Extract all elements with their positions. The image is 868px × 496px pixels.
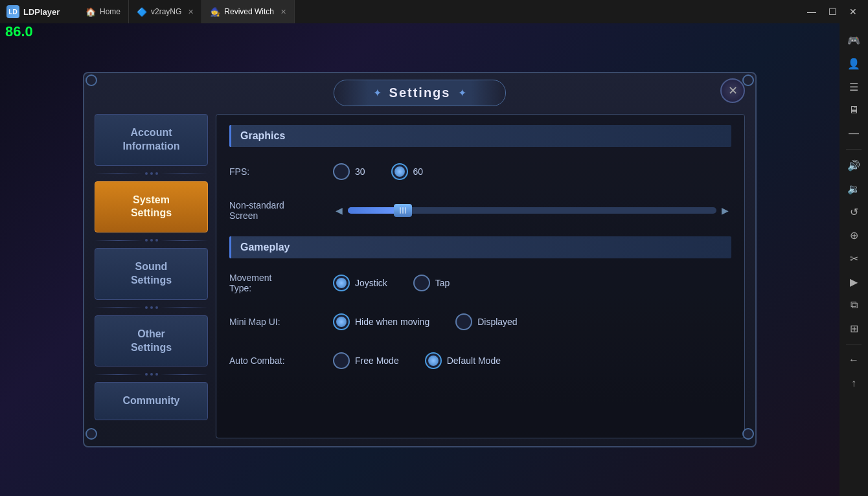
joystick-label: Joystick	[355, 278, 387, 288]
main-content: Graphics FPS: 30	[216, 114, 745, 438]
account-button[interactable]: 👤	[842, 53, 865, 74]
sidebar-sep-2	[95, 238, 208, 243]
fps-badge: 86.0	[5, 23, 33, 40]
sidebar-label-system: SystemSettings	[95, 181, 208, 233]
app-logo-icon: LD	[6, 5, 19, 18]
nonstandard-label: Non-standardScreen	[229, 200, 333, 221]
volume-down-button[interactable]: 🔉	[842, 178, 865, 199]
slider-left-arrow[interactable]: ◀	[333, 205, 345, 216]
sidebar-sep-1	[95, 171, 208, 176]
defaultmode-radio[interactable]	[425, 352, 442, 369]
hide-label: Hide when moving	[355, 317, 429, 327]
displayed-option[interactable]: Displayed	[455, 313, 517, 330]
fps-setting-row: FPS: 30 60	[229, 159, 731, 185]
defaultmode-option[interactable]: Default Mode	[425, 352, 501, 369]
tab-revivedwitch[interactable]: 🧙 Revived Witch ✕	[202, 0, 295, 23]
dialog-title-bar: ✦ Settings ✦ ✕	[84, 73, 755, 106]
fps-60-radio[interactable]	[391, 163, 408, 180]
autocombat-setting-row: Auto Combat: Free Mode Default Mode	[229, 348, 731, 374]
hide-radio[interactable]	[333, 313, 350, 330]
tab-v2rayng-label: v2rayNG	[151, 7, 181, 16]
corner-tl	[83, 72, 102, 91]
tab-v2rayng-close[interactable]: ✕	[188, 8, 194, 16]
sidebar: AccountInformation SystemSettings	[95, 114, 208, 438]
fps-60-option[interactable]: 60	[391, 163, 424, 180]
sidebar-label-other: OtherSettings	[95, 315, 208, 367]
window-controls: — ☐ ✕	[802, 2, 868, 21]
defaultmode-radio-inner	[428, 355, 439, 366]
defaultmode-label: Default Mode	[447, 355, 501, 366]
tab-home[interactable]: 🏠 Home	[78, 0, 129, 23]
settings-overlay: ✦ Settings ✦ ✕ AccountInformation	[0, 23, 839, 496]
tab-v2rayng[interactable]: 🔷 v2rayNG ✕	[129, 0, 202, 23]
sidebar-item-community[interactable]: Community	[95, 382, 208, 420]
maximize-button[interactable]: ☐	[823, 2, 842, 21]
display-button[interactable]: 🖥	[842, 100, 865, 120]
freemode-radio[interactable]	[333, 352, 350, 369]
slider-track[interactable]	[348, 207, 716, 214]
freemode-option[interactable]: Free Mode	[333, 352, 399, 369]
tab-revivedwitch-close[interactable]: ✕	[280, 8, 286, 16]
tab-home-label: Home	[100, 7, 120, 16]
nonstandard-setting-row: Non-standardScreen ◀ ▶	[229, 197, 731, 223]
play-button[interactable]: ▶	[842, 271, 865, 292]
tap-option[interactable]: Tap	[413, 275, 450, 291]
app-logo[interactable]: LD LDPlayer	[0, 5, 78, 18]
sidebar-item-sound[interactable]: SoundSettings	[95, 248, 208, 300]
toolbar-divider-2	[846, 344, 862, 344]
fps-30-option[interactable]: 30	[333, 163, 365, 180]
hide-option[interactable]: Hide when moving	[333, 313, 429, 330]
joystick-radio-inner	[336, 278, 347, 288]
slider-thumb[interactable]	[394, 204, 412, 217]
rotate-button[interactable]: ↺	[842, 201, 865, 222]
slider-grip-2	[402, 207, 404, 214]
volume-up-button[interactable]: 🔊	[842, 155, 865, 175]
fps-options: 30 60	[333, 163, 731, 180]
slider-container: ◀ ▶	[333, 205, 731, 216]
corner-tr	[737, 72, 757, 91]
movement-setting-row: MovementType: Joystick Tap	[229, 270, 731, 296]
arrow-up-button[interactable]: ↑	[842, 373, 865, 394]
sidebar-label-community: Community	[95, 382, 208, 420]
home-icon: 🏠	[86, 7, 96, 17]
zoom-in-button[interactable]: ⊕	[842, 225, 865, 245]
sidebar-item-other[interactable]: OtherSettings	[95, 315, 208, 367]
gamepad-button[interactable]: 🎮	[842, 30, 865, 51]
menu-button[interactable]: ☰	[842, 76, 865, 97]
fps-30-radio[interactable]	[333, 163, 350, 180]
graphics-section-header: Graphics	[229, 125, 731, 147]
freemode-label: Free Mode	[355, 355, 399, 366]
dialog-title: Settings	[389, 85, 451, 100]
sidebar-item-system[interactable]: SystemSettings	[95, 181, 208, 233]
tap-radio[interactable]	[413, 275, 430, 291]
sidebar-sep-4	[95, 372, 208, 377]
autocombat-options: Free Mode Default Mode	[333, 352, 731, 369]
close-button[interactable]: ✕	[843, 2, 863, 21]
tabs-bar: 🏠 Home 🔷 v2rayNG ✕ 🧙 Revived Witch ✕	[78, 0, 802, 23]
fps-label: FPS:	[229, 166, 333, 177]
minimize-button[interactable]: —	[802, 2, 821, 21]
slider-grip-3	[405, 207, 406, 214]
v2rayng-icon: 🔷	[137, 7, 147, 17]
minimap-options: Hide when moving Displayed	[333, 313, 731, 330]
joystick-option[interactable]: Joystick	[333, 275, 387, 291]
displayed-label: Displayed	[477, 317, 517, 327]
corner-br	[737, 428, 757, 447]
toolbar-divider-1	[846, 149, 862, 150]
copy-button[interactable]: ⧉	[842, 295, 865, 315]
slider-grip-1	[400, 207, 401, 214]
hide-radio-inner	[336, 317, 347, 327]
minimap-setting-row: Mini Map UI: Hide when moving Displayed	[229, 309, 731, 335]
minimize-toolbar-button[interactable]: —	[842, 123, 865, 144]
sidebar-item-account[interactable]: AccountInformation	[95, 114, 208, 166]
displayed-radio[interactable]	[455, 313, 472, 330]
arrow-left-button[interactable]: ←	[842, 350, 865, 370]
sidebar-sep-3	[95, 305, 208, 310]
slider-right-arrow[interactable]: ▶	[719, 205, 731, 216]
settings-dialog: ✦ Settings ✦ ✕ AccountInformation	[83, 72, 757, 447]
cut-button[interactable]: ✂	[842, 248, 865, 269]
grid-button[interactable]: ⊞	[842, 318, 865, 339]
right-toolbar: 🎮 👤 ☰ 🖥 — 🔊 🔉 ↺ ⊕ ✂ ▶ ⧉ ⊞ ← ↑	[839, 23, 868, 496]
joystick-radio[interactable]	[333, 275, 350, 291]
tap-label: Tap	[435, 278, 450, 288]
